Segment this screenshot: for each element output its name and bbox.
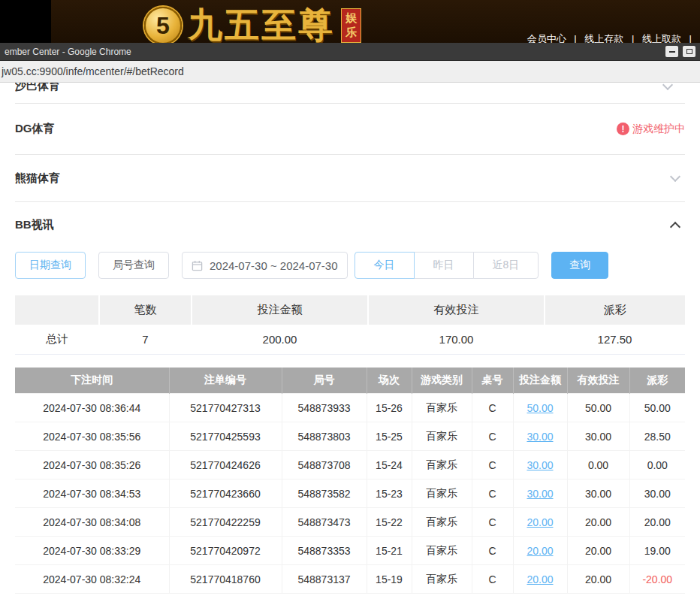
- cell-payout: 0.00: [629, 451, 685, 479]
- section-saba-sports[interactable]: 沙巴体育: [15, 83, 685, 104]
- cell-round-number: 548873353: [282, 537, 367, 565]
- summary-total-label: 总计: [15, 325, 99, 354]
- cell-bet-amount: 30.00: [513, 479, 567, 508]
- cell-table-number: C: [472, 479, 513, 508]
- cell-round-number: 548873803: [282, 422, 367, 451]
- date-range-input[interactable]: 2024-07-30 ~ 2024-07-30: [182, 252, 348, 279]
- minimize-button[interactable]: [665, 46, 678, 57]
- chevron-up-icon: [670, 222, 680, 232]
- quick-range-group: 今日 昨日 近8日: [355, 252, 539, 279]
- bet-amount-link[interactable]: 30.00: [527, 459, 553, 471]
- chrome-urlbar[interactable]: jw05.cc:9900/infe/mcenter/#/betRecord: [0, 61, 700, 83]
- cell-bet-time: 2024-07-30 08:35:56: [15, 422, 169, 451]
- page-content: 沙巴体育 DG体育 ! 游戏维护中 熊猫体育 BB视讯 日期查询 局号查询: [0, 83, 700, 605]
- header-bet-amount: 投注金额: [513, 368, 567, 394]
- chevron-down-icon: [670, 171, 680, 182]
- cell-payout: 20.00: [629, 508, 685, 537]
- filter-bar: 日期查询 局号查询 2024-07-30 ~ 2024-07-30 今日 昨日 …: [15, 252, 685, 279]
- calendar-icon: [192, 260, 203, 271]
- cell-order-number: 521770425593: [169, 422, 282, 451]
- cell-session: 15-21: [367, 537, 412, 565]
- last-8-days-button[interactable]: 近8日: [473, 252, 539, 279]
- cell-payout: 19.00: [629, 537, 685, 565]
- cell-bet-amount: 30.00: [513, 422, 567, 451]
- cell-order-number: 521770424626: [169, 451, 282, 479]
- section-panda-sports[interactable]: 熊猫体育: [15, 155, 685, 202]
- bet-amount-link[interactable]: 20.00: [527, 516, 553, 528]
- date-query-button[interactable]: 日期查询: [15, 252, 86, 279]
- window-controls: [665, 46, 695, 57]
- summary-header-bet-amount: 投注金额: [192, 295, 368, 325]
- summary-header-valid-bet: 有效投注: [368, 295, 545, 325]
- cell-table-number: C: [472, 422, 513, 451]
- cell-session: 15-23: [367, 479, 412, 508]
- bet-amount-link[interactable]: 50.00: [527, 402, 553, 414]
- cell-order-number: 521770423660: [169, 479, 282, 508]
- maintenance-text: 游戏维护中: [632, 123, 685, 136]
- bet-amount-link[interactable]: 30.00: [527, 431, 553, 443]
- cell-valid-bet: 20.00: [567, 508, 629, 537]
- cell-game-type: 百家乐: [412, 508, 472, 537]
- table-row: 2024-07-30 08:33:29 521770420972 5488733…: [15, 537, 685, 565]
- summary-total-valid-bet: 170.00: [368, 325, 545, 354]
- section-dg-sports[interactable]: DG体育 ! 游戏维护中: [15, 104, 685, 155]
- cell-bet-time: 2024-07-30 08:35:26: [15, 451, 169, 479]
- cell-payout: 30.00: [629, 479, 685, 508]
- cell-valid-bet: 30.00: [567, 479, 629, 508]
- cell-session: 15-25: [367, 422, 412, 451]
- cell-round-number: 548873473: [282, 508, 367, 537]
- bet-amount-link[interactable]: 30.00: [527, 488, 553, 500]
- cell-bet-amount: 30.00: [513, 451, 567, 479]
- maximize-icon: [686, 49, 692, 54]
- bet-amount-link[interactable]: 20.00: [527, 573, 553, 585]
- summary-total-bet-amount: 200.00: [192, 325, 368, 354]
- cell-payout: -20.00: [629, 565, 685, 594]
- cell-bet-time: 2024-07-30 08:36:44: [15, 394, 169, 422]
- table-row: 2024-07-30 08:34:53 521770423660 5488735…: [15, 479, 685, 508]
- cell-bet-time: 2024-07-30 08:34:53: [15, 479, 169, 508]
- section-bb-video[interactable]: BB视讯: [15, 202, 685, 247]
- cell-valid-bet: 20.00: [567, 537, 629, 565]
- chrome-titlebar[interactable]: ember Center - Google Chrome: [0, 43, 700, 61]
- cell-session: 15-22: [367, 508, 412, 537]
- cell-game-type: 百家乐: [412, 565, 472, 594]
- maintenance-status: ! 游戏维护中: [617, 123, 685, 136]
- cell-bet-amount: 50.00: [513, 394, 567, 422]
- cell-session: 15-26: [367, 394, 412, 422]
- maximize-button[interactable]: [683, 46, 695, 57]
- date-range-value: 2024-07-30 ~ 2024-07-30: [210, 259, 338, 272]
- yesterday-button[interactable]: 昨日: [414, 252, 474, 279]
- cell-valid-bet: 20.00: [567, 565, 629, 594]
- minimize-icon: [669, 51, 675, 53]
- cell-payout: 50.00: [629, 394, 685, 422]
- cell-game-type: 百家乐: [412, 479, 472, 508]
- window-title: ember Center - Google Chrome: [5, 47, 131, 57]
- url-text[interactable]: jw05.cc:9900/infe/mcenter/#/betRecord: [2, 65, 184, 77]
- alert-icon: !: [617, 123, 629, 135]
- header-payout: 派彩: [629, 368, 685, 394]
- cell-order-number: 521770420972: [169, 537, 282, 565]
- cell-game-type: 百家乐: [412, 537, 472, 565]
- cell-game-type: 百家乐: [412, 394, 472, 422]
- cell-bet-time: 2024-07-30 08:32:24: [15, 565, 169, 594]
- cell-round-number: 548873708: [282, 451, 367, 479]
- screen: 5 九五至尊 娱 乐 会员中心 | 线上存款 | 线上取款 | ember Ce…: [0, 0, 700, 605]
- header-valid-bet: 有效投注: [567, 368, 629, 394]
- cell-table-number: C: [472, 565, 513, 594]
- summary-header-blank: [15, 295, 99, 325]
- header-round-number: 局号: [282, 368, 367, 394]
- summary-header-payout: 派彩: [545, 295, 685, 325]
- cell-bet-time: 2024-07-30 08:33:29: [15, 537, 169, 565]
- bet-amount-link[interactable]: 20.00: [527, 545, 553, 557]
- chevron-down-icon: [662, 83, 673, 90]
- search-button[interactable]: 查询: [551, 252, 608, 279]
- section-title-bb: BB视讯: [15, 218, 54, 232]
- today-button[interactable]: 今日: [355, 252, 415, 279]
- coin-number: 5: [156, 12, 170, 40]
- cell-valid-bet: 30.00: [567, 422, 629, 451]
- logo-badge-top: 娱: [345, 11, 357, 26]
- round-query-button[interactable]: 局号查询: [98, 252, 169, 279]
- summary-total-payout: 127.50: [545, 325, 685, 354]
- cell-bet-amount: 20.00: [513, 565, 567, 594]
- cell-order-number: 521770427313: [169, 394, 282, 422]
